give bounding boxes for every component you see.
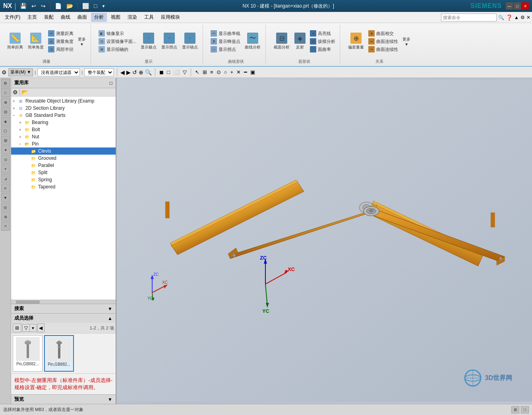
- member-prev-button[interactable]: ◀: [37, 324, 44, 332]
- simple-angle-button[interactable]: 📐 简单角度: [26, 32, 45, 51]
- select-icon[interactable]: ↖: [194, 69, 200, 75]
- tree-item-tapered[interactable]: 📁 Tapered: [11, 183, 116, 190]
- minimize-ribbon-icon[interactable]: ▲: [514, 15, 519, 20]
- tree-item-bolt[interactable]: + 📁 Bolt: [11, 126, 116, 133]
- member-filter-button[interactable]: ▽ ▼: [22, 324, 37, 332]
- surface-continuity-button[interactable]: ━ 曲面连续性: [367, 38, 399, 45]
- snap-icon2[interactable]: ▣: [250, 69, 256, 75]
- snap-icon[interactable]: ⬜: [81, 3, 90, 9]
- shade-icon[interactable]: ◼: [159, 69, 164, 75]
- highlight-line-button[interactable]: ━ 高亮线: [309, 30, 337, 37]
- draft-analysis-button[interactable]: ◲ 拔模分析: [309, 38, 337, 45]
- sidebar-icon-3[interactable]: ⊕: [1, 98, 10, 107]
- sidebar-icon-11[interactable]: ⊿: [1, 174, 10, 183]
- member-item-2[interactable]: Pin,GB882...: [44, 335, 74, 372]
- settings-icon[interactable]: ⚙: [2, 69, 7, 76]
- maximize-button[interactable]: □: [514, 2, 521, 10]
- minimize-button[interactable]: —: [506, 2, 513, 10]
- show-poles-button[interactable]: · 显示极点: [139, 32, 158, 51]
- mirror-display-button[interactable]: ◧ 镜像显示: [97, 30, 137, 37]
- sidebar-icon-8[interactable]: ✦: [1, 145, 10, 154]
- transparent-icon[interactable]: ▽: [182, 69, 188, 75]
- tree-item-2dsection[interactable]: + ⊟ 2D Section Library: [11, 105, 116, 112]
- window-icon[interactable]: □: [93, 3, 98, 9]
- close-ribbon-icon[interactable]: ✕: [526, 15, 530, 20]
- tree-scrollbar[interactable]: [11, 300, 116, 304]
- tree-item-nut[interactable]: + 📁 Nut: [11, 133, 116, 140]
- nav-back-icon[interactable]: ◀: [120, 69, 125, 76]
- show-accurate-button[interactable]: ⊞ 显示招确的: [97, 46, 137, 53]
- object-icon[interactable]: ⊙: [216, 69, 222, 75]
- sidebar-icon-16[interactable]: ⌗: [1, 222, 10, 231]
- sidebar-icon-1[interactable]: ⚙: [1, 79, 10, 87]
- member-view-button[interactable]: ⊞: [13, 324, 21, 332]
- fit-icon[interactable]: ⊕: [139, 69, 143, 76]
- tree-item-gb[interactable]: − ⚙ GB Standard Parts: [11, 112, 116, 119]
- show-inflection-button[interactable]: ↔ 显示拐点: [209, 46, 242, 53]
- set-mirror-plane-button[interactable]: ⊡ 设置镜像平面...: [97, 38, 137, 45]
- show-knots-button[interactable]: · 显示拐点: [160, 32, 179, 51]
- sidebar-icon-6[interactable]: ⬡: [1, 126, 10, 135]
- close-button[interactable]: ✕: [522, 2, 529, 10]
- search-command-input[interactable]: [441, 14, 497, 21]
- sidebar-icon-13[interactable]: ▼: [1, 193, 10, 202]
- library-close-icon[interactable]: □: [110, 80, 112, 86]
- show-curvature-comb-button[interactable]: 〜 显示曲率梳: [209, 30, 242, 37]
- statusbar-btn1[interactable]: ⊞: [511, 406, 519, 413]
- tree-item-clevis[interactable]: 📁 Clevis: [11, 147, 116, 155]
- nav-fwd-icon[interactable]: ▶: [126, 69, 131, 76]
- tree-item-bearing[interactable]: + 📁 Bearing: [11, 119, 116, 126]
- ribbon-settings-icon[interactable]: ⚙: [520, 15, 525, 20]
- lib-tb-icon1[interactable]: 📂: [21, 89, 28, 95]
- layer-icon[interactable]: ≡: [209, 69, 214, 75]
- lib-settings-icon[interactable]: ⚙: [13, 89, 18, 95]
- filter-select[interactable]: 没有选择过滤器: [37, 68, 80, 76]
- tree-item-grooved[interactable]: 📁 Grooved: [11, 155, 116, 162]
- rotate-icon[interactable]: ↺: [132, 69, 137, 76]
- sidebar-icon-15[interactable]: ⊛: [1, 212, 10, 221]
- preview-header[interactable]: 预览 ▼: [11, 395, 116, 404]
- sidebar-icon-14[interactable]: ◎: [1, 203, 10, 211]
- sidebar-icon-7[interactable]: ⊞: [1, 136, 10, 145]
- menu-analysis[interactable]: 分析: [91, 13, 107, 22]
- menu-view[interactable]: 视图: [108, 13, 124, 22]
- tree-item-reusable[interactable]: + ⊞ Reusable Object Library (Examp: [11, 97, 116, 105]
- ruler-icon[interactable]: ━: [243, 69, 248, 75]
- sidebar-icon-5[interactable]: ◈: [1, 117, 10, 126]
- local-radius-button[interactable]: ⊙ 局部半径: [47, 46, 75, 53]
- redo-icon[interactable]: ↪: [40, 3, 47, 9]
- cross-tool-icon[interactable]: ✕: [236, 69, 242, 75]
- tree-item-spring[interactable]: 📁 Spring: [11, 176, 116, 183]
- curve-analysis-button[interactable]: 〜 曲线分析: [243, 32, 262, 51]
- tree-item-parallel[interactable]: 📁 Parallel: [11, 162, 116, 169]
- zoom-icon[interactable]: 🔍: [145, 69, 152, 76]
- sidebar-icon-4[interactable]: ⊟: [1, 107, 10, 116]
- relation-more-button[interactable]: 更多 ▼: [401, 36, 412, 47]
- search-header[interactable]: 搜索 ▼: [11, 304, 116, 313]
- circle-tool-icon[interactable]: ○: [223, 69, 228, 75]
- menu-tools[interactable]: 工具: [141, 13, 157, 22]
- help-icon[interactable]: ❓: [506, 14, 513, 21]
- member-selection-header[interactable]: 成员选择 ▲: [11, 314, 116, 323]
- surface-intersect-button[interactable]: ⊗ 曲面相交: [367, 30, 399, 37]
- sidebar-icon-10[interactable]: ⌖: [1, 165, 10, 173]
- tree-item-split[interactable]: 📁 Split: [11, 169, 116, 176]
- section-analysis-button[interactable]: ⊟ 截面分析: [272, 32, 291, 51]
- deviation-gauge-button[interactable]: ⊕ 偏差量量: [346, 32, 366, 51]
- scope-select[interactable]: 整个装配: [84, 68, 114, 76]
- undo-icon[interactable]: ↩: [30, 3, 37, 9]
- simple-distance-button[interactable]: 📏 简单距离: [6, 32, 25, 51]
- plus-tool-icon[interactable]: +: [229, 69, 234, 75]
- search-command-icon[interactable]: 🔍: [498, 15, 504, 20]
- measure-angle-button[interactable]: ∠ 测量角度: [47, 38, 75, 45]
- menu-surface[interactable]: 曲面: [74, 13, 90, 22]
- show-mirrors-button[interactable]: · 显示镜点: [180, 32, 199, 51]
- menu-apps[interactable]: 应用模块: [158, 13, 183, 22]
- show-peak-button[interactable]: ⬆ 显示蜂值点: [209, 38, 242, 45]
- menu-button[interactable]: 菜单(M) ▼: [8, 68, 33, 76]
- menu-home[interactable]: 主页: [24, 13, 40, 22]
- measure-more-button[interactable]: 更多 ▼: [76, 36, 87, 47]
- menu-curve[interactable]: 曲线: [58, 13, 74, 22]
- window-dropdown[interactable]: ▼: [101, 4, 106, 8]
- sidebar-icon-12[interactable]: ≡: [1, 184, 10, 192]
